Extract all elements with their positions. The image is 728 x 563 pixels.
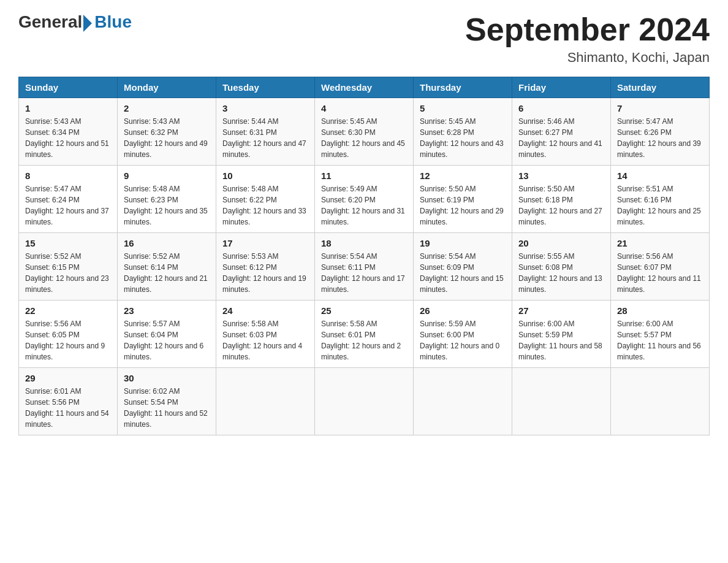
day-number: 10 xyxy=(222,170,308,181)
calendar-week-row: 15Sunrise: 5:52 AMSunset: 6:15 PMDayligh… xyxy=(19,233,710,301)
calendar-cell: 24Sunrise: 5:58 AMSunset: 6:03 PMDayligh… xyxy=(216,301,315,368)
calendar-cell: 16Sunrise: 5:52 AMSunset: 6:14 PMDayligh… xyxy=(118,233,216,301)
day-info: Sunrise: 5:54 AMSunset: 6:09 PMDaylight:… xyxy=(420,251,506,295)
weekday-header-tuesday: Tuesday xyxy=(216,77,315,98)
calendar-cell xyxy=(315,368,414,435)
day-info: Sunrise: 5:58 AMSunset: 6:03 PMDaylight:… xyxy=(222,318,308,362)
calendar-cell: 10Sunrise: 5:48 AMSunset: 6:22 PMDayligh… xyxy=(216,166,315,233)
day-info: Sunrise: 5:56 AMSunset: 6:07 PMDaylight:… xyxy=(617,251,703,295)
day-number: 13 xyxy=(518,170,604,181)
day-info: Sunrise: 5:59 AMSunset: 6:00 PMDaylight:… xyxy=(420,318,506,362)
day-info: Sunrise: 5:45 AMSunset: 6:30 PMDaylight:… xyxy=(321,116,407,160)
day-info: Sunrise: 5:43 AMSunset: 6:32 PMDaylight:… xyxy=(124,116,210,160)
day-info: Sunrise: 5:55 AMSunset: 6:08 PMDaylight:… xyxy=(518,251,604,295)
calendar-cell: 29Sunrise: 6:01 AMSunset: 5:56 PMDayligh… xyxy=(19,368,118,435)
calendar-cell xyxy=(611,368,710,435)
day-info: Sunrise: 5:54 AMSunset: 6:11 PMDaylight:… xyxy=(321,251,407,295)
weekday-header-row: SundayMondayTuesdayWednesdayThursdayFrid… xyxy=(19,77,710,98)
day-number: 16 xyxy=(124,238,210,248)
calendar-cell xyxy=(216,368,315,435)
day-info: Sunrise: 5:44 AMSunset: 6:31 PMDaylight:… xyxy=(222,116,308,160)
calendar-subtitle: Shimanto, Kochi, Japan xyxy=(465,50,710,66)
calendar-cell: 13Sunrise: 5:50 AMSunset: 6:18 PMDayligh… xyxy=(512,166,611,233)
day-info: Sunrise: 5:56 AMSunset: 6:05 PMDaylight:… xyxy=(25,318,111,362)
day-info: Sunrise: 6:02 AMSunset: 5:54 PMDaylight:… xyxy=(124,386,210,430)
day-info: Sunrise: 5:49 AMSunset: 6:20 PMDaylight:… xyxy=(321,183,407,228)
day-number: 23 xyxy=(124,305,210,316)
day-number: 17 xyxy=(222,238,308,248)
calendar-cell: 4Sunrise: 5:45 AMSunset: 6:30 PMDaylight… xyxy=(315,98,414,166)
day-info: Sunrise: 5:47 AMSunset: 6:24 PMDaylight:… xyxy=(25,183,111,228)
calendar-week-row: 22Sunrise: 5:56 AMSunset: 6:05 PMDayligh… xyxy=(19,301,710,368)
day-number: 1 xyxy=(25,103,111,113)
day-info: Sunrise: 5:48 AMSunset: 6:22 PMDaylight:… xyxy=(222,183,308,228)
day-number: 4 xyxy=(321,103,407,113)
calendar-cell: 3Sunrise: 5:44 AMSunset: 6:31 PMDaylight… xyxy=(216,98,315,166)
day-number: 25 xyxy=(321,305,407,316)
weekday-header-saturday: Saturday xyxy=(611,77,710,98)
calendar-cell: 1Sunrise: 5:43 AMSunset: 6:34 PMDaylight… xyxy=(19,98,118,166)
weekday-header-friday: Friday xyxy=(512,77,611,98)
day-number: 9 xyxy=(124,170,210,181)
day-info: Sunrise: 5:48 AMSunset: 6:23 PMDaylight:… xyxy=(124,183,210,228)
day-number: 26 xyxy=(420,305,506,316)
calendar-cell: 25Sunrise: 5:58 AMSunset: 6:01 PMDayligh… xyxy=(315,301,414,368)
day-number: 7 xyxy=(617,103,703,113)
calendar-cell: 6Sunrise: 5:46 AMSunset: 6:27 PMDaylight… xyxy=(512,98,611,166)
calendar-title: September 2024 xyxy=(465,12,710,47)
title-block: September 2024 Shimanto, Kochi, Japan xyxy=(465,12,710,66)
day-number: 2 xyxy=(124,103,210,113)
calendar-cell: 20Sunrise: 5:55 AMSunset: 6:08 PMDayligh… xyxy=(512,233,611,301)
day-info: Sunrise: 5:46 AMSunset: 6:27 PMDaylight:… xyxy=(518,116,604,160)
calendar-cell: 12Sunrise: 5:50 AMSunset: 6:19 PMDayligh… xyxy=(414,166,512,233)
day-number: 3 xyxy=(222,103,308,113)
day-info: Sunrise: 5:58 AMSunset: 6:01 PMDaylight:… xyxy=(321,318,407,362)
calendar-cell xyxy=(512,368,611,435)
day-number: 8 xyxy=(25,170,111,181)
calendar-week-row: 1Sunrise: 5:43 AMSunset: 6:34 PMDaylight… xyxy=(19,98,710,166)
day-info: Sunrise: 5:53 AMSunset: 6:12 PMDaylight:… xyxy=(222,251,308,295)
day-info: Sunrise: 6:00 AMSunset: 5:57 PMDaylight:… xyxy=(617,318,703,362)
day-info: Sunrise: 5:45 AMSunset: 6:28 PMDaylight:… xyxy=(420,116,506,160)
weekday-header-sunday: Sunday xyxy=(19,77,118,98)
day-info: Sunrise: 5:52 AMSunset: 6:15 PMDaylight:… xyxy=(25,251,111,295)
day-info: Sunrise: 5:51 AMSunset: 6:16 PMDaylight:… xyxy=(617,183,703,228)
day-number: 29 xyxy=(25,373,111,383)
calendar-table: SundayMondayTuesdayWednesdayThursdayFrid… xyxy=(18,77,710,435)
day-number: 27 xyxy=(518,305,604,316)
day-number: 14 xyxy=(617,170,703,181)
calendar-week-row: 29Sunrise: 6:01 AMSunset: 5:56 PMDayligh… xyxy=(19,368,710,435)
calendar-cell: 18Sunrise: 5:54 AMSunset: 6:11 PMDayligh… xyxy=(315,233,414,301)
weekday-header-thursday: Thursday xyxy=(414,77,512,98)
calendar-cell: 11Sunrise: 5:49 AMSunset: 6:20 PMDayligh… xyxy=(315,166,414,233)
day-info: Sunrise: 5:47 AMSunset: 6:26 PMDaylight:… xyxy=(617,116,703,160)
day-info: Sunrise: 6:01 AMSunset: 5:56 PMDaylight:… xyxy=(25,386,111,430)
weekday-header-monday: Monday xyxy=(118,77,216,98)
logo-arrow-icon xyxy=(83,15,92,32)
calendar-cell: 19Sunrise: 5:54 AMSunset: 6:09 PMDayligh… xyxy=(414,233,512,301)
calendar-cell: 17Sunrise: 5:53 AMSunset: 6:12 PMDayligh… xyxy=(216,233,315,301)
logo: General Blue xyxy=(18,12,132,32)
day-number: 28 xyxy=(617,305,703,316)
day-info: Sunrise: 5:57 AMSunset: 6:04 PMDaylight:… xyxy=(124,318,210,362)
day-number: 19 xyxy=(420,238,506,248)
day-info: Sunrise: 5:50 AMSunset: 6:19 PMDaylight:… xyxy=(420,183,506,228)
logo-text-general: General xyxy=(18,12,82,32)
calendar-cell: 30Sunrise: 6:02 AMSunset: 5:54 PMDayligh… xyxy=(118,368,216,435)
day-info: Sunrise: 5:43 AMSunset: 6:34 PMDaylight:… xyxy=(25,116,111,160)
calendar-cell: 14Sunrise: 5:51 AMSunset: 6:16 PMDayligh… xyxy=(611,166,710,233)
calendar-cell xyxy=(414,368,512,435)
calendar-cell: 5Sunrise: 5:45 AMSunset: 6:28 PMDaylight… xyxy=(414,98,512,166)
day-info: Sunrise: 5:52 AMSunset: 6:14 PMDaylight:… xyxy=(124,251,210,295)
page-header: General Blue September 2024 Shimanto, Ko… xyxy=(18,12,710,66)
day-number: 22 xyxy=(25,305,111,316)
day-number: 18 xyxy=(321,238,407,248)
logo-text-blue: Blue xyxy=(94,12,132,32)
calendar-cell: 28Sunrise: 6:00 AMSunset: 5:57 PMDayligh… xyxy=(611,301,710,368)
calendar-cell: 15Sunrise: 5:52 AMSunset: 6:15 PMDayligh… xyxy=(19,233,118,301)
calendar-cell: 8Sunrise: 5:47 AMSunset: 6:24 PMDaylight… xyxy=(19,166,118,233)
weekday-header-wednesday: Wednesday xyxy=(315,77,414,98)
calendar-cell: 7Sunrise: 5:47 AMSunset: 6:26 PMDaylight… xyxy=(611,98,710,166)
calendar-week-row: 8Sunrise: 5:47 AMSunset: 6:24 PMDaylight… xyxy=(19,166,710,233)
day-info: Sunrise: 6:00 AMSunset: 5:59 PMDaylight:… xyxy=(518,318,604,362)
